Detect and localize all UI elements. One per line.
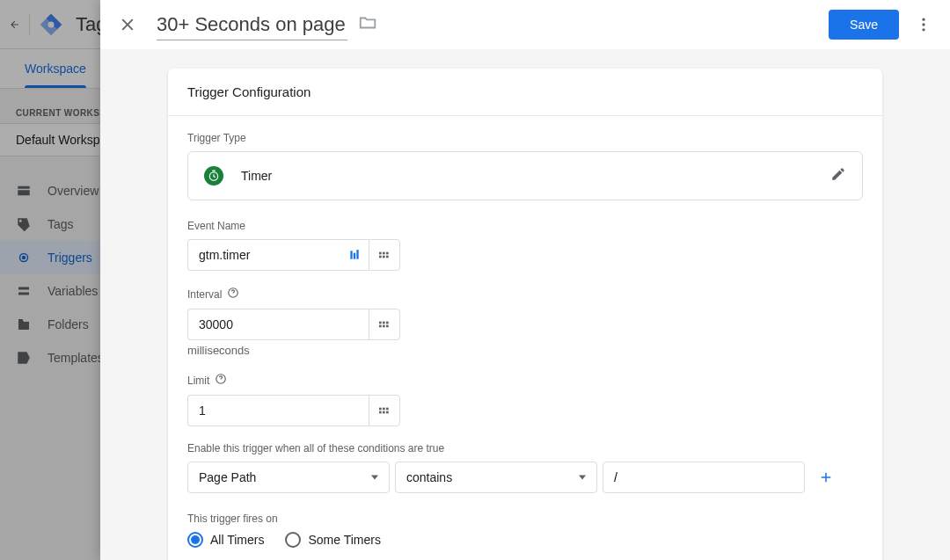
svg-rect-27 <box>379 408 382 411</box>
conditions-label: Enable this trigger when all of these co… <box>187 442 863 455</box>
fires-on-label: This trigger fires on <box>187 513 863 525</box>
radio-unchecked-icon <box>285 532 301 548</box>
svg-rect-22 <box>383 322 385 324</box>
panel-title: Trigger Configuration <box>168 69 882 116</box>
svg-rect-11 <box>354 253 355 259</box>
limit-label: Limit <box>187 373 863 388</box>
insert-variable-button[interactable] <box>369 239 400 271</box>
folder-icon[interactable] <box>358 13 377 36</box>
svg-rect-13 <box>379 252 382 255</box>
svg-point-7 <box>922 23 924 25</box>
svg-rect-18 <box>386 256 389 258</box>
svg-rect-29 <box>383 408 385 411</box>
trigger-type-label: Trigger Type <box>187 132 863 144</box>
radio-checked-icon <box>187 532 203 548</box>
svg-rect-17 <box>386 252 389 255</box>
insert-variable-button[interactable] <box>369 395 400 426</box>
save-button[interactable]: Save <box>829 10 899 40</box>
condition-value-input[interactable] <box>603 462 805 493</box>
svg-rect-25 <box>386 325 389 328</box>
milliseconds-label: milliseconds <box>187 344 863 357</box>
event-name-label: Event Name <box>187 220 863 232</box>
svg-rect-10 <box>350 251 352 258</box>
edit-type-icon[interactable] <box>830 166 846 185</box>
condition-variable-select[interactable]: Page Path <box>187 462 390 493</box>
svg-point-8 <box>922 28 924 31</box>
radio-all-timers[interactable]: All Timers <box>187 532 264 548</box>
svg-rect-23 <box>383 325 385 328</box>
close-icon[interactable] <box>111 8 144 41</box>
limit-input[interactable] <box>187 395 369 426</box>
variable-indicator-icon <box>340 239 369 271</box>
condition-operator-select[interactable]: contains <box>395 462 597 493</box>
radio-some-timers[interactable]: Some Timers <box>285 532 380 548</box>
add-condition-icon[interactable] <box>810 469 842 485</box>
trigger-type-name: Timer <box>241 169 830 183</box>
svg-rect-28 <box>379 411 382 414</box>
trigger-type-card: Timer <box>187 151 863 200</box>
svg-rect-20 <box>379 322 382 324</box>
trigger-editor-modal: 30+ Seconds on page Save Trigger Configu… <box>100 0 950 560</box>
svg-rect-14 <box>379 256 382 258</box>
svg-rect-15 <box>383 252 385 255</box>
insert-variable-button[interactable] <box>369 309 400 340</box>
event-name-input[interactable] <box>187 239 340 271</box>
svg-rect-31 <box>386 408 389 411</box>
svg-rect-16 <box>383 256 385 258</box>
svg-rect-24 <box>386 322 389 324</box>
help-icon[interactable] <box>227 287 239 302</box>
interval-label: Interval <box>187 287 863 302</box>
timer-icon <box>204 166 223 185</box>
svg-point-6 <box>922 18 924 21</box>
svg-rect-21 <box>379 325 382 328</box>
trigger-name-input[interactable]: 30+ Seconds on page <box>157 10 347 40</box>
svg-rect-30 <box>383 411 385 414</box>
interval-input[interactable] <box>187 309 369 340</box>
svg-rect-32 <box>386 411 389 414</box>
more-menu-icon[interactable] <box>908 9 939 40</box>
svg-rect-12 <box>356 250 358 259</box>
help-icon[interactable] <box>215 373 227 388</box>
